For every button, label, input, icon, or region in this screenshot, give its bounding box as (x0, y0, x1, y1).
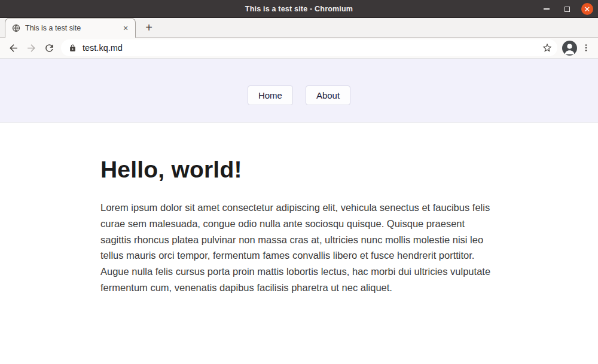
page-content: Hello, world! Lorem ipsum dolor sit amet… (100, 123, 498, 296)
back-button[interactable] (5, 39, 22, 56)
bookmark-star-button[interactable] (542, 42, 553, 53)
maximize-button[interactable] (561, 3, 573, 15)
page-viewport: Home About Hello, world! Lorem ipsum dol… (0, 59, 598, 363)
profile-button[interactable] (561, 39, 578, 56)
window-titlebar: This is a test site - Chromium ✕ (0, 0, 598, 18)
nav-button-home[interactable]: Home (248, 85, 293, 105)
reload-button[interactable] (41, 39, 57, 56)
body-paragraph: Lorem ipsum dolor sit amet consectetur a… (100, 200, 498, 296)
tab-close-button[interactable]: × (121, 23, 130, 33)
avatar-icon (562, 41, 577, 56)
browser-toolbar: test.kq.md (0, 38, 598, 59)
reload-icon (44, 42, 55, 54)
new-tab-button[interactable]: + (141, 19, 157, 36)
minimize-icon (544, 8, 550, 10)
lock-icon (69, 44, 77, 52)
globe-favicon-icon (12, 24, 20, 32)
forward-arrow-icon (26, 42, 37, 54)
star-icon (542, 42, 553, 53)
tab-strip: This is a test site × + (0, 18, 598, 38)
forward-button[interactable] (23, 39, 39, 56)
window-controls: ✕ (541, 0, 593, 18)
site-header: Home About (0, 59, 598, 123)
page-heading: Hello, world! (100, 123, 498, 183)
url-text[interactable]: test.kq.md (83, 43, 123, 53)
three-dots-icon (581, 43, 591, 53)
nav-button-about[interactable]: About (306, 85, 350, 105)
close-window-button[interactable]: ✕ (581, 3, 593, 15)
address-bar[interactable]: test.kq.md (61, 39, 557, 56)
window-title: This is a test site - Chromium (0, 5, 598, 13)
minimize-button[interactable] (541, 3, 553, 15)
maximize-icon (565, 7, 570, 12)
browser-menu-button[interactable] (579, 41, 593, 55)
tab-this-is-a-test-site[interactable]: This is a test site × (5, 18, 136, 38)
tab-title: This is a test site (25, 24, 116, 32)
close-icon: ✕ (584, 5, 591, 13)
back-arrow-icon (8, 42, 19, 54)
